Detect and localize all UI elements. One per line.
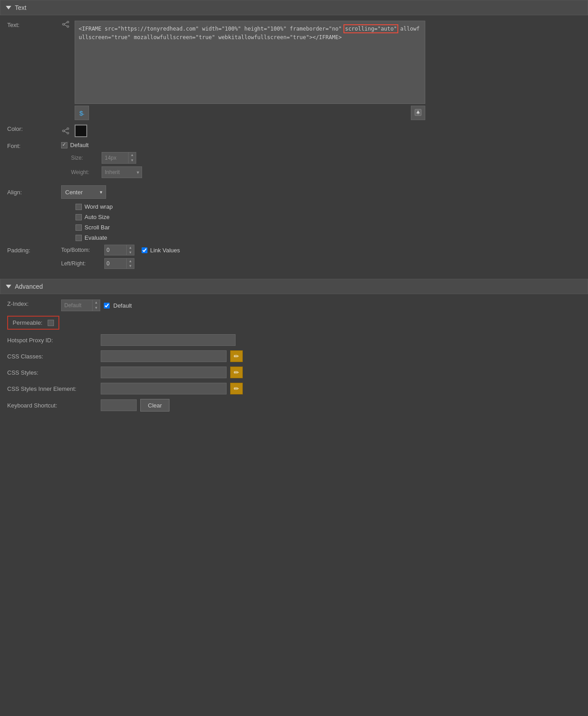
permeable-row: Permeable: xyxy=(7,316,59,330)
import-button[interactable] xyxy=(411,106,425,120)
text-label: Text: xyxy=(7,21,61,28)
evaluate-checkbox[interactable] xyxy=(76,235,82,241)
top-bottom-label: Top/Bottom: xyxy=(61,247,102,253)
text-content-part1: <IFRAME src="https://tonyredhead.com" wi… xyxy=(79,26,345,32)
clear-button[interactable]: Clear xyxy=(140,399,169,412)
zindex-row: Z-Index: ▲ ▼ Default xyxy=(7,300,581,311)
font-label: Font: xyxy=(7,142,61,149)
permeable-checkbox[interactable] xyxy=(48,320,54,326)
weight-label: Weight: xyxy=(71,169,98,175)
auto-size-checkbox[interactable] xyxy=(76,214,82,220)
options-group: Word wrap Auto Size Scroll Bar Evaluate xyxy=(76,203,581,241)
left-right-down-arrow[interactable]: ▼ xyxy=(127,264,134,268)
scroll-bar-checkbox[interactable] xyxy=(76,224,82,231)
hotspot-input[interactable] xyxy=(101,334,236,346)
svg-line-4 xyxy=(64,25,67,26)
css-styles-inner-input[interactable] xyxy=(101,383,227,394)
padding-left-row: Left/Right: ▲ ▼ xyxy=(7,258,581,269)
evaluate-row: Evaluate xyxy=(76,234,581,241)
weight-select-wrapper: Inherit Normal Bold xyxy=(102,166,142,178)
font-row: Font: Default Size: ▲ ▼ xyxy=(7,142,581,181)
padding-top-row: Padding: Top/Bottom: ▲ ▼ Link Values xyxy=(7,245,581,255)
import-icon xyxy=(414,108,422,118)
top-bottom-up-arrow[interactable]: ▲ xyxy=(127,245,134,250)
css-classes-row: CSS Classes: ✏ xyxy=(7,350,581,362)
left-right-spinner: ▲ ▼ xyxy=(104,258,134,269)
dollar-icon: $ xyxy=(79,109,83,117)
text-row: Text: <IFRAME src="https://tonyredhead.c… xyxy=(7,21,581,120)
scroll-bar-row: Scroll Bar xyxy=(76,224,581,231)
align-select-wrapper: Center Left Right Justify xyxy=(61,185,106,199)
font-default-checkbox[interactable] xyxy=(61,142,67,148)
advanced-section-title: Advanced xyxy=(15,283,43,290)
font-default-row: Default xyxy=(61,142,142,148)
font-section: Default Size: ▲ ▼ Weight: xyxy=(61,142,142,181)
zindex-input[interactable] xyxy=(61,300,93,311)
share-icon[interactable] xyxy=(61,21,70,28)
advanced-triangle-icon[interactable] xyxy=(6,285,11,288)
zindex-up-arrow[interactable]: ▲ xyxy=(93,300,100,305)
css-classes-input[interactable] xyxy=(101,350,227,362)
dollar-variable-button[interactable]: $ . xyxy=(75,106,89,120)
svg-point-8 xyxy=(67,128,69,130)
css-styles-edit-button[interactable]: ✏ xyxy=(230,367,243,378)
color-share-icon[interactable] xyxy=(61,127,70,134)
scrolling-highlight: scrolling="auto" xyxy=(345,26,397,32)
css-styles-inner-label: CSS Styles Inner Element: xyxy=(7,385,97,392)
main-panel: Text Text: <I xyxy=(0,0,588,417)
text-toolbar: $ . xyxy=(75,106,425,120)
zindex-spinner: ▲ ▼ xyxy=(61,300,100,311)
size-label: Size: xyxy=(71,155,98,161)
css-styles-input[interactable] xyxy=(101,367,227,378)
svg-point-0 xyxy=(67,21,69,23)
top-bottom-down-arrow[interactable]: ▼ xyxy=(127,250,134,255)
css-classes-label: CSS Classes: xyxy=(7,353,97,360)
align-select[interactable]: Center Left Right Justify xyxy=(61,185,106,199)
css-classes-edit-button[interactable]: ✏ xyxy=(230,350,243,362)
link-values-row: Link Values xyxy=(142,247,180,254)
left-right-up-arrow[interactable]: ▲ xyxy=(127,259,134,264)
zindex-default-checkbox[interactable] xyxy=(104,303,110,309)
color-swatch[interactable] xyxy=(75,125,87,137)
size-arrows: ▲ ▼ xyxy=(129,152,136,164)
triangle-icon[interactable] xyxy=(6,6,11,9)
zindex-down-arrow[interactable]: ▼ xyxy=(93,305,100,311)
svg-point-1 xyxy=(62,23,64,25)
word-wrap-checkbox[interactable] xyxy=(76,204,82,210)
text-content-display[interactable]: <IFRAME src="https://tonyredhead.com" wi… xyxy=(75,21,425,104)
align-label: Align: xyxy=(7,189,61,196)
size-up-arrow[interactable]: ▲ xyxy=(129,152,136,158)
keyboard-row: Keyboard Shortcut: Clear xyxy=(7,399,581,412)
size-input[interactable] xyxy=(102,152,129,164)
top-bottom-input[interactable] xyxy=(104,245,127,255)
size-row: Size: ▲ ▼ xyxy=(71,152,142,164)
zindex-label: Z-Index: xyxy=(7,300,61,307)
keyboard-label: Keyboard Shortcut: xyxy=(7,402,97,409)
font-default-label: Default xyxy=(70,142,89,148)
text-section-title: Text xyxy=(15,4,27,11)
left-right-input[interactable] xyxy=(104,258,127,269)
weight-select[interactable]: Inherit Normal Bold xyxy=(102,166,142,178)
evaluate-label: Evaluate xyxy=(85,234,107,241)
size-down-arrow[interactable]: ▼ xyxy=(129,158,136,163)
css-styles-inner-row: CSS Styles Inner Element: ✏ xyxy=(7,383,581,394)
word-wrap-row: Word wrap xyxy=(76,203,581,210)
left-right-arrows: ▲ ▼ xyxy=(127,258,134,269)
text-input-wrapper: <IFRAME src="https://tonyredhead.com" wi… xyxy=(75,21,425,120)
zindex-controls: ▲ ▼ Default xyxy=(61,300,132,311)
left-right-label: Left/Right: xyxy=(61,260,102,267)
keyboard-input[interactable] xyxy=(101,399,137,411)
scroll-bar-label: Scroll Bar xyxy=(85,224,110,231)
svg-point-2 xyxy=(67,26,69,27)
css-styles-pencil-icon: ✏ xyxy=(234,369,239,376)
size-spinner: ▲ ▼ xyxy=(102,152,136,164)
svg-point-9 xyxy=(62,130,64,132)
advanced-section-header: Advanced xyxy=(0,279,588,294)
zindex-arrows: ▲ ▼ xyxy=(93,300,100,311)
css-styles-label: CSS Styles: xyxy=(7,369,97,376)
auto-size-label: Auto Size xyxy=(85,214,110,220)
link-values-checkbox[interactable] xyxy=(142,247,147,253)
css-styles-inner-edit-button[interactable]: ✏ xyxy=(230,383,243,394)
svg-line-11 xyxy=(64,129,67,130)
auto-size-row: Auto Size xyxy=(76,214,581,220)
